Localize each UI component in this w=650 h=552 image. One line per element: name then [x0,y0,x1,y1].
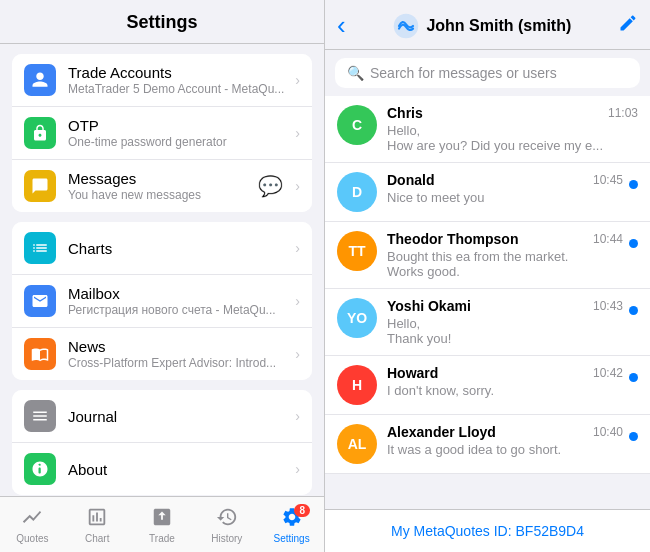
message-right-donald [629,176,638,189]
news-text: News Cross-Platform Expert Advisor: Intr… [68,338,287,370]
message-item-alexander[interactable]: AL Alexander Lloyd 10:40 It was a good i… [325,415,650,474]
message-name-yoshi: Yoshi Okami [387,298,471,314]
chat-header-title: John Smith (smith) [426,17,571,35]
settings-item-about[interactable]: About › [12,443,312,495]
about-title: About [68,461,287,478]
right-panel: ‹ John Smith (smith) 🔍 Search for messag… [325,0,650,552]
tab-settings-label: Settings [274,533,310,544]
myquotes-footer[interactable]: My MetaQuotes ID: BF52B9D4 [325,509,650,552]
message-time-donald: 10:45 [593,173,623,187]
message-content-howard: Howard 10:42 I don't know, sorry. [387,365,623,398]
message-right-yoshi [629,302,638,315]
message-time-theodor: 10:44 [593,232,623,246]
tab-chart-label: Chart [85,533,109,544]
tab-chart[interactable]: Chart [65,502,130,548]
message-item-howard[interactable]: H Howard 10:42 I don't know, sorry. [325,356,650,415]
message-top-yoshi: Yoshi Okami 10:43 [387,298,623,314]
metaquotes-logo [392,12,420,40]
history-tab-icon [216,506,238,531]
settings-title: Settings [126,12,197,32]
message-preview-donald: Nice to meet you [387,190,623,205]
settings-section-2: Charts › Mailbox Регистрация нового счет… [12,222,312,380]
messages-text: Messages You have new messages [68,170,258,202]
avatar-alexander: AL [337,424,377,464]
trade-tab-icon [151,506,173,531]
message-name-howard: Howard [387,365,438,381]
settings-item-otp[interactable]: OTP One-time password generator › [12,107,312,160]
message-content-donald: Donald 10:45 Nice to meet you [387,172,623,205]
messages-icon [24,170,56,202]
search-bar[interactable]: 🔍 Search for messages or users [335,58,640,88]
message-content-alexander: Alexander Lloyd 10:40 It was a good idea… [387,424,623,457]
tab-settings[interactable]: Settings 8 [259,502,324,548]
message-time-chris: 11:03 [608,106,638,120]
avatar-chris: C [337,105,377,145]
left-panel: Settings Trade Accounts MetaTrader 5 Dem… [0,0,325,552]
message-top-alexander: Alexander Lloyd 10:40 [387,424,623,440]
settings-item-news[interactable]: News Cross-Platform Expert Advisor: Intr… [12,328,312,380]
avatar-donald: D [337,172,377,212]
message-item-chris[interactable]: C Chris 11:03 Hello,How are you? Did you… [325,96,650,163]
news-subtitle: Cross-Platform Expert Advisor: Introd... [68,356,287,370]
message-item-donald[interactable]: D Donald 10:45 Nice to meet you [325,163,650,222]
settings-item-charts[interactable]: Charts › [12,222,312,275]
back-button[interactable]: ‹ [337,10,346,41]
message-right-theodor [629,235,638,248]
message-right-alexander [629,428,638,441]
about-chevron: › [295,461,300,477]
trade-accounts-subtitle: MetaTrader 5 Demo Account - MetaQu... [68,82,287,96]
journal-icon [24,400,56,432]
settings-item-trade-accounts[interactable]: Trade Accounts MetaTrader 5 Demo Account… [12,54,312,107]
news-chevron: › [295,346,300,362]
message-time-howard: 10:42 [593,366,623,380]
edit-button[interactable] [618,13,638,38]
settings-item-mailbox[interactable]: Mailbox Регистрация нового счета - MetaQ… [12,275,312,328]
avatar-howard: H [337,365,377,405]
news-icon [24,338,56,370]
header-center: John Smith (smith) [392,12,571,40]
messages-notification-icon: 💬 [258,174,283,198]
tab-quotes[interactable]: Quotes [0,502,65,548]
messages-title: Messages [68,170,258,187]
messages-chevron: › [295,178,300,194]
tab-history[interactable]: History [194,502,259,548]
message-preview-chris: Hello,How are you? Did you receive my e.… [387,123,638,153]
tab-history-label: History [211,533,242,544]
about-text: About [68,461,287,478]
news-title: News [68,338,287,355]
message-content-chris: Chris 11:03 Hello,How are you? Did you r… [387,105,638,153]
message-top-chris: Chris 11:03 [387,105,638,121]
charts-text: Charts [68,240,287,257]
chart-tab-icon [86,506,108,531]
charts-chevron: › [295,240,300,256]
message-top-howard: Howard 10:42 [387,365,623,381]
message-top-theodor: Theodor Thompson 10:44 [387,231,623,247]
charts-icon [24,232,56,264]
message-content-theodor: Theodor Thompson 10:44 Bought this ea fr… [387,231,623,279]
message-preview-alexander: It was a good idea to go short. [387,442,623,457]
tab-trade[interactable]: Trade [130,502,195,548]
messages-list: C Chris 11:03 Hello,How are you? Did you… [325,96,650,509]
avatar-yoshi: YO [337,298,377,338]
otp-title: OTP [68,117,287,134]
message-item-theodor[interactable]: TT Theodor Thompson 10:44 Bought this ea… [325,222,650,289]
tab-bar: Quotes Chart Trade History Settings 8 [0,496,324,552]
settings-item-messages[interactable]: Messages You have new messages 💬 › [12,160,312,212]
mailbox-icon [24,285,56,317]
message-name-chris: Chris [387,105,423,121]
message-name-donald: Donald [387,172,434,188]
trade-accounts-title: Trade Accounts [68,64,287,81]
left-header: Settings [0,0,324,44]
mailbox-chevron: › [295,293,300,309]
settings-item-journal[interactable]: Journal › [12,390,312,443]
journal-chevron: › [295,408,300,424]
message-item-yoshi[interactable]: YO Yoshi Okami 10:43 Hello,Thank you! [325,289,650,356]
messages-subtitle: You have new messages [68,188,258,202]
journal-text: Journal [68,408,287,425]
unread-dot-yoshi [629,306,638,315]
message-top-donald: Donald 10:45 [387,172,623,188]
otp-subtitle: One-time password generator [68,135,287,149]
charts-title: Charts [68,240,287,257]
myquotes-id-text: My MetaQuotes ID: BF52B9D4 [391,523,584,539]
settings-section-1: Trade Accounts MetaTrader 5 Demo Account… [12,54,312,212]
